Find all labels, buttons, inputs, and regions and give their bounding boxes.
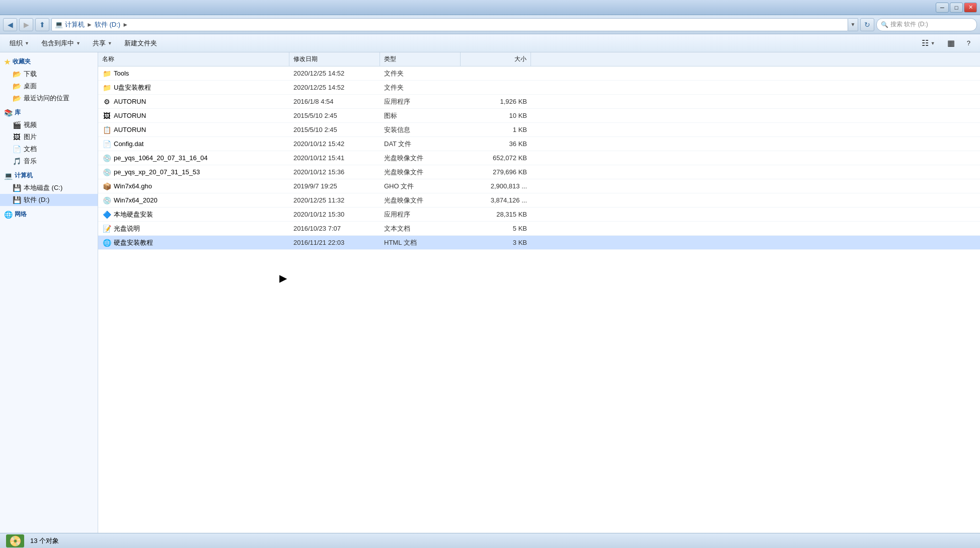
- file-type: 应用程序: [380, 210, 461, 219]
- sidebar-header-library[interactable]: 📚 库: [0, 106, 98, 119]
- file-date: 2020/10/12 15:30: [289, 211, 380, 218]
- table-row[interactable]: 📦 Win7x64.gho 2019/9/7 19:25 GHO 文件 2,90…: [98, 179, 980, 193]
- minimize-button[interactable]: ─: [936, 3, 949, 13]
- file-name: 🖼 AUTORUN: [98, 111, 289, 120]
- file-icon: 📝: [102, 224, 111, 233]
- forward-button[interactable]: ▶: [19, 18, 33, 31]
- include-library-button[interactable]: 包含到库中 ▼: [36, 36, 86, 50]
- table-row[interactable]: 📝 光盘说明 2016/10/23 7:07 文本文档 5 KB: [98, 222, 980, 236]
- preview-button[interactable]: ▦: [942, 36, 960, 50]
- file-size: 3 KB: [461, 239, 531, 246]
- file-type: 文件夹: [380, 83, 461, 92]
- organize-button[interactable]: 组织 ▼: [4, 36, 35, 50]
- file-name: 📋 AUTORUN: [98, 125, 289, 134]
- file-size: 28,315 KB: [461, 211, 531, 218]
- back-button[interactable]: ◀: [3, 18, 17, 31]
- table-row[interactable]: 📁 U盘安装教程 2020/12/25 14:52 文件夹: [98, 81, 980, 95]
- file-type: 应用程序: [380, 97, 461, 106]
- title-bar: ─ □ ✕: [0, 0, 980, 15]
- file-name: 🔷 本地硬盘安装: [98, 210, 289, 219]
- sidebar-item-download[interactable]: 📂 下载: [0, 68, 98, 80]
- table-row[interactable]: 📄 Config.dat 2020/10/12 15:42 DAT 文件 36 …: [98, 137, 980, 151]
- table-row[interactable]: 💿 pe_yqs_1064_20_07_31_16_04 2020/10/12 …: [98, 151, 980, 165]
- sidebar-header-network[interactable]: 🌐 网络: [0, 208, 98, 221]
- file-type: HTML 文档: [380, 238, 461, 247]
- view-button[interactable]: ☷ ▼: [916, 36, 941, 50]
- share-arrow: ▼: [108, 41, 112, 46]
- file-date: 2020/12/25 14:52: [289, 84, 380, 91]
- table-row[interactable]: 🖼 AUTORUN 2015/5/10 2:45 图标 10 KB: [98, 109, 980, 123]
- status-count: 13 个对象: [30, 536, 59, 545]
- include-library-arrow: ▼: [76, 41, 81, 46]
- sidebar-download-label: 下载: [24, 70, 37, 79]
- file-date: 2016/10/23 7:07: [289, 225, 380, 232]
- file-icon: 📋: [102, 125, 111, 134]
- sidebar-item-drive-d[interactable]: 💾 软件 (D:): [0, 194, 98, 206]
- help-button[interactable]: ?: [961, 36, 976, 50]
- table-row[interactable]: 📁 Tools 2020/12/25 14:52 文件夹: [98, 66, 980, 81]
- status-drive-icon: 📀: [6, 534, 24, 547]
- up-button[interactable]: ⬆: [35, 18, 49, 31]
- new-folder-button[interactable]: 新建文件夹: [119, 36, 163, 50]
- close-button[interactable]: ✕: [964, 3, 977, 13]
- file-size: 279,696 KB: [461, 168, 531, 176]
- sidebar-recent-label: 最近访问的位置: [24, 94, 69, 103]
- file-name: 🌐 硬盘安装教程: [98, 238, 289, 247]
- table-row[interactable]: 💿 pe_yqs_xp_20_07_31_15_53 2020/10/12 15…: [98, 165, 980, 179]
- col-header-size[interactable]: 大小: [461, 52, 531, 66]
- share-button[interactable]: 共享 ▼: [87, 36, 118, 50]
- file-date: 2015/5/10 2:45: [289, 126, 380, 133]
- table-row[interactable]: 📋 AUTORUN 2015/5/10 2:45 安装信息 1 KB: [98, 123, 980, 137]
- file-size: 10 KB: [461, 112, 531, 119]
- file-type: 光盘映像文件: [380, 168, 461, 177]
- col-header-type[interactable]: 类型: [380, 52, 461, 66]
- file-name: 📦 Win7x64.gho: [98, 182, 289, 191]
- table-row[interactable]: 🌐 硬盘安装教程 2016/11/21 22:03 HTML 文档 3 KB: [98, 236, 980, 250]
- sidebar-item-document[interactable]: 📄 文档: [0, 143, 98, 155]
- library-icon: 📚: [4, 109, 13, 117]
- col-header-name[interactable]: 名称: [98, 52, 289, 66]
- file-type: 图标: [380, 111, 461, 120]
- file-size: 36 KB: [461, 140, 531, 148]
- file-type: 光盘映像文件: [380, 196, 461, 205]
- sidebar-item-drive-c[interactable]: 💾 本地磁盘 (C:): [0, 182, 98, 194]
- refresh-button[interactable]: ↻: [860, 18, 874, 31]
- sidebar-image-label: 图片: [24, 132, 37, 142]
- main-layout: ★ 收藏夹 📂 下载 📂 桌面 📂 最近访问的位置 📚 库: [0, 52, 980, 533]
- table-row[interactable]: ⚙ AUTORUN 2016/1/8 4:54 应用程序 1,926 KB: [98, 95, 980, 109]
- file-name: 💿 Win7x64_2020: [98, 196, 289, 205]
- breadcrumb-dropdown[interactable]: ▼: [848, 18, 858, 31]
- file-size: 2,900,813 ...: [461, 182, 531, 190]
- file-name: 💿 pe_yqs_xp_20_07_31_15_53: [98, 168, 289, 177]
- sidebar-item-desktop[interactable]: 📂 桌面: [0, 80, 98, 92]
- sidebar-item-recent[interactable]: 📂 最近访问的位置: [0, 92, 98, 104]
- col-header-date[interactable]: 修改日期: [289, 52, 380, 66]
- file-type: 文本文档: [380, 224, 461, 233]
- file-icon: 📁: [102, 69, 111, 78]
- breadcrumb-computer[interactable]: 计算机: [65, 20, 85, 29]
- include-library-label: 包含到库中: [41, 39, 74, 48]
- folder-icon: 🖼: [12, 132, 21, 142]
- sidebar-header-favorites[interactable]: ★ 收藏夹: [0, 55, 98, 68]
- sidebar-section-favorites: ★ 收藏夹 📂 下载 📂 桌面 📂 最近访问的位置: [0, 55, 98, 104]
- sidebar-header-computer[interactable]: 💻 计算机: [0, 169, 98, 182]
- search-bar[interactable]: 🔍 搜索 软件 (D:): [876, 18, 977, 31]
- new-folder-label: 新建文件夹: [124, 39, 157, 48]
- file-date: 2016/1/8 4:54: [289, 98, 380, 105]
- table-row[interactable]: 💿 Win7x64_2020 2020/12/25 11:32 光盘映像文件 3…: [98, 193, 980, 208]
- file-date: 2015/5/10 2:45: [289, 112, 380, 119]
- maximize-button[interactable]: □: [950, 3, 963, 13]
- file-name: 💿 pe_yqs_1064_20_07_31_16_04: [98, 154, 289, 163]
- table-row[interactable]: 🔷 本地硬盘安装 2020/10/12 15:30 应用程序 28,315 KB: [98, 208, 980, 222]
- breadcrumb-drive[interactable]: 软件 (D:): [95, 20, 120, 29]
- sidebar-item-image[interactable]: 🖼 图片: [0, 131, 98, 143]
- file-icon: 🖼: [102, 111, 111, 120]
- sidebar-network-label: 网络: [15, 210, 27, 219]
- sidebar-item-video[interactable]: 🎬 视频: [0, 119, 98, 131]
- sidebar-item-music[interactable]: 🎵 音乐: [0, 155, 98, 167]
- address-bar: ◀ ▶ ⬆ 💻 计算机 ► 软件 (D:) ► ▼ ↻ 🔍 搜索 软件 (D:): [0, 15, 980, 34]
- file-type: 安装信息: [380, 125, 461, 134]
- folder-icon: 🎬: [12, 120, 21, 129]
- sidebar-favorites-label: 收藏夹: [13, 57, 31, 66]
- file-name: 📝 光盘说明: [98, 224, 289, 233]
